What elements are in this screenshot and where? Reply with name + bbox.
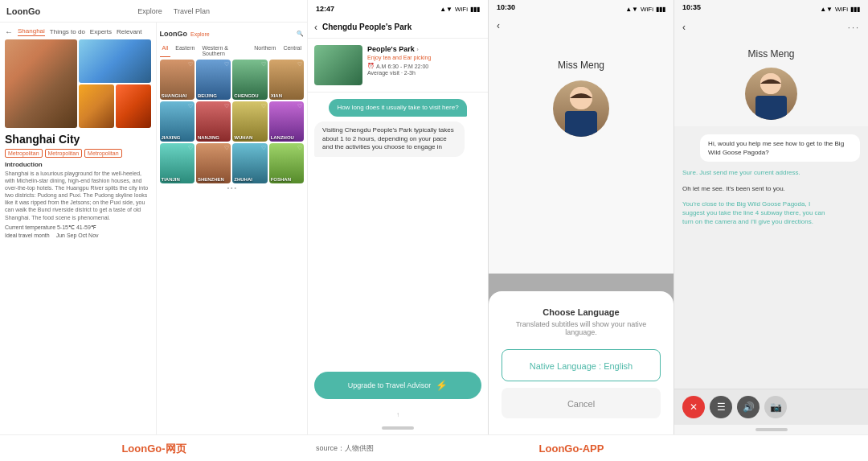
city-card-lanzhou[interactable]: ♡ LANZHOU (269, 101, 304, 142)
place-arrow[interactable]: › (416, 46, 419, 53)
heart-icon-foshan[interactable]: ♡ (297, 145, 302, 151)
filter-northern[interactable]: Northern (252, 44, 278, 57)
city-meta: Current temperature 5-15℃ 41-59℉ (5, 224, 151, 231)
battery-icon: ▮▮▮ (470, 6, 480, 13)
city-card-label-beijing: BEIJING (198, 93, 217, 98)
city-description: Shanghai is a luxurious playground for t… (5, 170, 151, 221)
hero-image-bottom-right (116, 84, 151, 128)
city-card-foshan[interactable]: ♡ FOSHAN (269, 143, 304, 183)
ai-time: 10:35 (682, 3, 701, 14)
ai-avatar-svg (745, 68, 797, 120)
ai-more-icon[interactable]: ··· (848, 23, 860, 32)
lang-option-english[interactable]: Native Language : English (502, 349, 661, 381)
camera-button[interactable]: 📷 (764, 396, 787, 418)
city-card-label-zhuhai: ZHUHAI (234, 177, 252, 182)
tab-explore[interactable]: Explore (134, 6, 166, 17)
lang-back-arrow[interactable]: ‹ (497, 20, 500, 31)
city-card-shanghai[interactable]: ♡ SHANGHAI (160, 60, 194, 100)
home-indicator (382, 426, 414, 430)
chat-back-arrow[interactable]: ‹ (314, 22, 317, 33)
back-arrow-city[interactable]: ← (5, 27, 13, 36)
ai-status-icons: ▲▼ WiFi ▮▮▮ (820, 3, 860, 14)
ai-chat-messages: Hi, would you help me see how to get to … (674, 126, 868, 389)
filter-eastern[interactable]: Eastern (173, 44, 197, 57)
ai-msg-bot-1: Sure. Just send me your current address. (682, 168, 800, 177)
city-card-xian[interactable]: ♡ XIAN (269, 60, 304, 100)
svg-rect-1 (565, 111, 597, 137)
end-call-icon: ✕ (690, 401, 698, 413)
audio-button[interactable]: 🔊 (737, 396, 760, 418)
web-section: LoonGo Explore Travel Plan ← Shanghai Th… (0, 0, 308, 434)
svg-rect-4 (755, 96, 787, 120)
city-travel-months: Ideal travel month Jun Sep Oct Nov (5, 233, 151, 238)
modal-title: Choose Language (502, 307, 661, 317)
end-call-button[interactable]: ✕ (682, 396, 705, 418)
web-nav-tabs: Explore Travel Plan (47, 6, 301, 17)
city-tab-things[interactable]: Things to do (50, 28, 85, 35)
wifi-icon: WiFi (455, 6, 468, 13)
lang-nav: ‹ (489, 16, 674, 35)
ai-msg-bot-2: Oh let me see. It's been sent to you. (682, 184, 785, 193)
hero-image-top (79, 39, 151, 83)
heart-icon-jiaxing[interactable]: ♡ (188, 103, 193, 109)
ai-msg-bot-3: You're close to the Big Wild Goose Pagod… (682, 200, 833, 227)
upgrade-icon: ⚡ (436, 380, 448, 391)
web-header: LoonGo Explore Travel Plan (0, 0, 307, 23)
ai-back-arrow[interactable]: ‹ (682, 22, 686, 33)
filter-central[interactable]: Central (280, 44, 304, 57)
place-tagline: Enjoy tea and Ear picking (367, 55, 481, 60)
ai-avatar-image (745, 68, 797, 120)
hero-image-main (5, 39, 77, 128)
city-card-zhuhai[interactable]: ♡ ZHUHAI (232, 143, 267, 183)
place-hours: ⏰ A.M 6:30 - P.M 22:00 (367, 63, 481, 69)
city-tab-relevant[interactable]: Relevant (117, 28, 142, 35)
city-card-beijing[interactable]: ♡ BEIJING (196, 60, 231, 100)
city-card-label-shenzhen: SHENZHEN (198, 177, 224, 182)
city-card-label-lanzhou: LANZHOU (271, 135, 294, 140)
place-card[interactable]: People's Park › Enjoy tea and Ear pickin… (308, 39, 488, 93)
city-card-tianjin[interactable]: ♡ TIANJIN (160, 143, 194, 183)
city-tab-shanghai[interactable]: Shanghai (18, 27, 45, 36)
avatar-svg (553, 80, 609, 137)
heart-icon-wuhan[interactable]: ♡ (261, 103, 266, 109)
lang-cancel-button[interactable]: Cancel (502, 388, 661, 418)
place-visit: Average visit · 2-3h (367, 70, 481, 76)
travel-months-label: Ideal travel month (5, 233, 50, 238)
heart-icon-chengdu[interactable]: ♡ (261, 61, 266, 68)
city-card-shenzhen[interactable]: ♡ SHENZHEN (196, 143, 231, 183)
lang-status-icons: ▲▼ WiFi ▮▮▮ (625, 3, 665, 14)
filter-tabs: All Eastern Western & Southern Northern … (160, 44, 305, 57)
lang-signal: ▲▼ (625, 6, 638, 13)
city-card-label-chengdu: CHENGDU (234, 93, 258, 98)
ai-msg-user-1: Hi, would you help me see how to get to … (700, 134, 860, 162)
city-card-wuhan[interactable]: ♡ WUHAN (232, 101, 267, 142)
filter-all[interactable]: All (160, 44, 171, 57)
city-card-label-shanghai: SHANGHAI (162, 93, 187, 98)
city-card-jiaxing[interactable]: ♡ JIAXING (160, 101, 194, 142)
heart-icon-zhuhai[interactable]: ♡ (261, 145, 266, 151)
heart-icon-tianjin[interactable]: ♡ (188, 145, 193, 151)
chat-time: 12:47 (316, 5, 334, 13)
upgrade-button[interactable]: Upgrade to Travel Advisor ⚡ (314, 372, 481, 399)
tab-travelplan[interactable]: Travel Plan (170, 6, 213, 17)
city-card-label-xian: XIAN (271, 93, 282, 98)
city-card-nanjing[interactable]: ♡ NANJING (196, 101, 231, 142)
chat-nav: ‹ Chengdu People's Park (308, 16, 488, 39)
heart-icon-shanghai[interactable]: ♡ (188, 61, 193, 68)
find-bar[interactable]: 🔍 (297, 31, 304, 37)
city-card-label-tianjin: TIANJIN (162, 177, 180, 182)
lang-time: 10:30 (497, 3, 515, 14)
web-label-area: LoonGo-网页 (0, 441, 308, 456)
heart-icon-lanzhou[interactable]: ♡ (297, 103, 302, 109)
city-card-chengdu[interactable]: ♡ CHENGDU (232, 60, 267, 100)
heart-icon-xian[interactable]: ♡ (297, 61, 302, 68)
heart-icon-nanjing[interactable]: ♡ (224, 103, 229, 109)
city-tab-experts[interactable]: Experts (90, 28, 112, 35)
ai-chat-section: 10:35 ▲▼ WiFi ▮▮▮ ‹ ··· Miss Meng (674, 0, 868, 434)
heart-icon-beijing[interactable]: ♡ (224, 61, 229, 68)
heart-icon-shenzhen[interactable]: ♡ (224, 145, 229, 151)
city-card-label-nanjing: NANJING (198, 135, 219, 140)
place-image (314, 45, 362, 85)
filter-western[interactable]: Western & Southern (199, 44, 249, 57)
chat-button[interactable]: ☰ (710, 396, 732, 418)
